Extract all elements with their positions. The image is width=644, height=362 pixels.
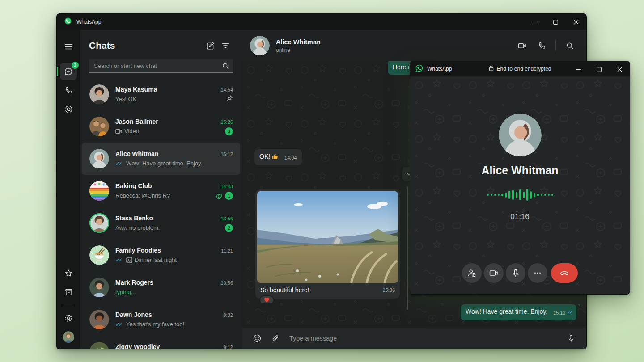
waveform-bar [530,191,532,199]
chat-time: 14:54 [220,87,233,93]
waveform-bar [505,193,507,198]
call-close-button[interactable] [609,61,630,77]
chat-avatar [89,117,109,136]
voice-waveform [410,187,630,202]
conversation-header[interactable]: Alice Whitman online [242,30,586,61]
chat-preview: Aww no problem. [115,224,221,231]
chat-preview: ✓✓Wow! Have great time. Enjoy. [115,160,229,167]
waveform-bar [541,194,542,196]
more-options-button[interactable] [528,263,547,283]
chat-preview: typing... [115,289,229,295]
shared-photo[interactable] [257,191,398,283]
end-call-button[interactable] [551,263,578,283]
menu-icon[interactable] [60,38,77,55]
call-contact-avatar [499,114,542,156]
mention-icon: @ [216,192,222,199]
unread-badge: 1 [225,192,233,200]
new-chat-icon[interactable] [203,39,218,52]
profile-avatar[interactable] [60,328,77,345]
chat-time: 13:56 [220,216,233,221]
filter-chats-icon[interactable] [218,39,233,52]
chat-avatar [89,342,109,349]
call-app-title: WhatsApp [427,66,452,72]
chat-avatar [89,84,109,104]
tab-calls[interactable] [60,82,77,99]
call-titlebar: WhatsApp End-to-end endcrypted [410,61,630,76]
close-button[interactable] [566,14,586,30]
call-window: WhatsApp End-to-end endcrypted [410,61,630,295]
chats-unread-badge: 3 [72,62,79,69]
attach-file-icon[interactable] [267,330,283,346]
video-toggle-button[interactable] [484,263,504,283]
chat-preview: Rebecca: @Chris R? [115,192,212,199]
online-status: online [276,47,513,53]
waveform-bar [519,189,521,200]
chat-name: Maya Kasuma [115,86,217,93]
call-minimize-button[interactable] [568,61,589,77]
chat-avatar [89,149,109,168]
search-icon [222,63,229,71]
messages-scrollbar[interactable] [407,186,408,310]
chat-time: 11:21 [221,248,233,253]
add-person-button[interactable] [462,263,482,283]
chat-list-item[interactable]: Stasa Benko13:56Aww no problem.2 [82,207,240,239]
whatsapp-logo-icon [415,64,423,74]
chat-list-item[interactable]: Jason Ballmer15:26Video3 [82,110,240,143]
heart-reaction[interactable] [259,295,274,304]
waveform-bar [551,194,553,196]
video-call-icon[interactable] [513,38,530,53]
chat-preview: Video [115,128,221,135]
settings-icon[interactable] [60,310,77,327]
message-photo: So beautiful here! 15:06 [255,189,400,299]
tab-chats[interactable]: 3 [60,63,77,80]
chat-list-item[interactable]: Maya Kasuma14:54Yes! OK [82,78,240,110]
chat-list-item[interactable]: Ziggy Woodley9:12 [82,336,240,349]
chat-list-item[interactable]: Mark Rogers10:56typing... [82,271,240,303]
waveform-bar [534,193,535,197]
rail-divider [63,306,74,306]
chat-avatar [89,213,109,233]
chat-name: Jason Ballmer [115,118,217,125]
chat-time: 9:12 [224,345,233,349]
read-receipt-ticks: ✓✓ [567,309,572,315]
call-contact-name: Alice Whitman [410,164,630,177]
maximize-button[interactable] [545,14,566,30]
search-in-chat-icon[interactable] [561,38,578,53]
chat-preview: Yes! OK [115,96,223,102]
call-wallpaper [410,76,630,294]
waveform-bar [487,194,489,196]
image-icon [126,257,132,263]
starred-messages-icon[interactable] [60,265,77,282]
read-receipt-ticks: ✓✓ [115,160,121,167]
waveform-bar [526,189,528,201]
chats-heading: Chats [89,40,203,51]
chat-avatar [89,278,109,297]
mute-microphone-button[interactable] [506,263,525,283]
voice-call-icon[interactable] [533,38,550,53]
message-received-ok: OK! 14:04 [254,149,302,165]
chat-time: 15:12 [220,152,233,157]
tab-status[interactable] [60,101,77,118]
archived-chats-icon[interactable] [60,283,77,300]
search-input[interactable] [89,59,233,73]
call-controls [410,263,630,283]
chat-list-item[interactable]: Alice Whitman15:12✓✓Wow! Have great time… [82,143,240,175]
chat-list-item[interactable]: Dawn Jones8:32✓✓Yes that's my fave too! [82,303,240,336]
bubble-tail [578,304,580,310]
call-maximize-button[interactable] [589,61,609,77]
chat-list-item[interactable]: Baking Club14:43Rebecca: @Chris R?@1 [82,175,240,207]
waveform-bar [537,194,539,196]
emoji-picker-icon[interactable] [249,330,265,346]
chat-list-panel: Chats Maya Kasuma14:54Yes! OK Jason Ball… [80,30,242,349]
minimize-button[interactable] [525,14,545,30]
chat-name: Dawn Jones [115,311,220,318]
chat-name: Baking Club [115,182,217,189]
message-input[interactable] [285,335,561,342]
conversation-avatar [250,36,270,55]
nav-rail: 3 [57,30,80,349]
voice-record-icon[interactable] [563,330,579,346]
chat-list-item[interactable]: Family Foodies11:21✓✓Dinner last night [82,239,240,271]
thumbs-up-emoji [271,153,279,162]
read-receipt-ticks: ✓✓ [115,257,121,263]
conversation-title: Alice Whitman [276,38,513,46]
